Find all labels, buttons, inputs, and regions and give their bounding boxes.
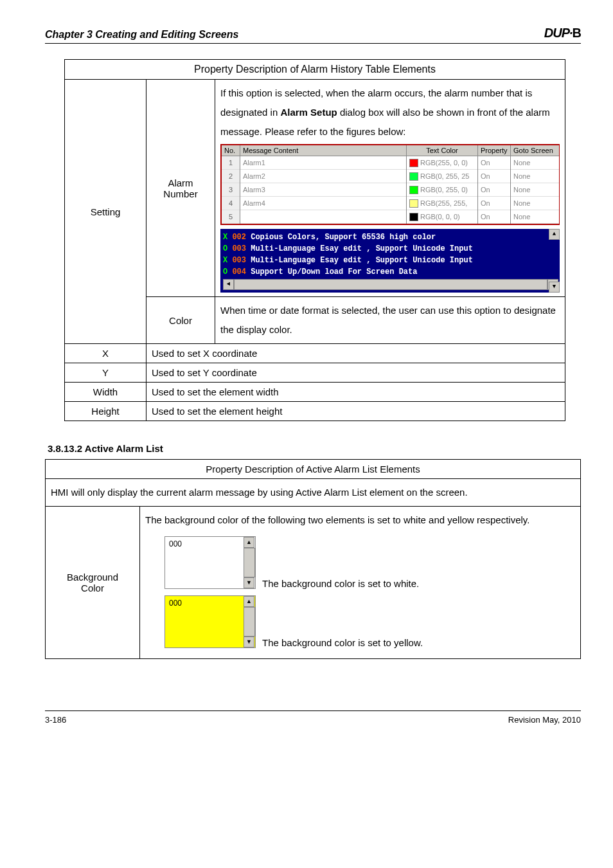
table2-title: Property Description of Active Alarm Lis…	[46, 460, 581, 479]
scroll-down-icon[interactable]: ▼	[549, 282, 560, 293]
color-preview-white: 000 ▲ ▼	[164, 536, 256, 589]
x-desc: Used to set X coordinate	[147, 344, 565, 363]
y-label: Y	[65, 363, 147, 383]
color-preview-yellow: 000 ▲ ▼	[164, 595, 256, 648]
alarm-grid: No. 1 2 3 4 5 Message Content Alarm1 Ala…	[220, 144, 560, 225]
height-label: Height	[65, 402, 147, 421]
x-label: X	[65, 344, 147, 363]
width-desc: Used to set the element width	[147, 383, 565, 402]
scroll-down-icon[interactable]: ▼	[244, 577, 254, 588]
page-number: 3-186	[45, 715, 66, 725]
chapter-header: Chapter 3 Creating and Editing Screens D…	[45, 26, 581, 44]
alarm-number-label: Alarm Number	[147, 80, 215, 297]
scrollbar-horizontal[interactable]: ◄ ►	[223, 279, 558, 290]
section-heading: 3.8.13.2 Active Alarm List	[48, 443, 581, 454]
scroll-up-icon[interactable]: ▲	[244, 537, 254, 548]
bg-desc: The background color of the following tw…	[145, 511, 575, 530]
color-swatch	[409, 186, 418, 194]
white-caption: The background color is set to white.	[262, 578, 419, 589]
scroll-up-icon[interactable]: ▲	[549, 229, 560, 240]
bg-color-content: The background color of the following tw…	[140, 507, 581, 659]
scroll-down-icon[interactable]: ▼	[244, 637, 254, 647]
active-alarm-table: Property Description of Active Alarm Lis…	[45, 459, 581, 659]
page-footer: 3-186 Revision May, 2010	[45, 710, 581, 725]
revision: Revision May, 2010	[508, 715, 581, 725]
table2-intro: HMI will only display the current alarm …	[46, 479, 581, 507]
color-swatch	[409, 172, 418, 181]
color-label: Color	[147, 297, 215, 344]
bg-color-label: Background Color	[46, 507, 140, 659]
scrollbar-vertical[interactable]: ▲ ▼	[244, 596, 255, 647]
setting-label: Setting	[65, 80, 147, 344]
chapter-title: Chapter 3 Creating and Editing Screens	[45, 29, 238, 41]
color-swatch	[409, 213, 418, 221]
table1-title: Property Description of Alarm History Ta…	[65, 60, 565, 80]
width-label: Width	[65, 383, 147, 402]
alarm-desc: If this option is selected, when the ala…	[220, 84, 560, 141]
logo: DUP·B	[544, 26, 581, 41]
alarm-history-table: Property Description of Alarm History Ta…	[64, 59, 565, 421]
y-desc: Used to set Y coordinate	[147, 363, 565, 383]
color-swatch	[409, 159, 418, 167]
height-desc: Used to set the element height	[147, 402, 565, 421]
scroll-left-icon[interactable]: ◄	[223, 279, 234, 290]
color-desc: When time or date format is selected, th…	[215, 297, 565, 344]
yellow-caption: The background color is set to yellow.	[262, 637, 423, 648]
scrollbar-vertical[interactable]: ▲ ▼	[244, 537, 255, 588]
scroll-up-icon[interactable]: ▲	[244, 596, 254, 607]
alarm-preview-box: X 002 Copious Colors, Support 65536 high…	[220, 229, 560, 293]
alarm-number-content: If this option is selected, when the ala…	[215, 80, 565, 297]
scrollbar-vertical[interactable]: ▲ ▼	[549, 229, 560, 293]
color-swatch	[409, 199, 418, 208]
